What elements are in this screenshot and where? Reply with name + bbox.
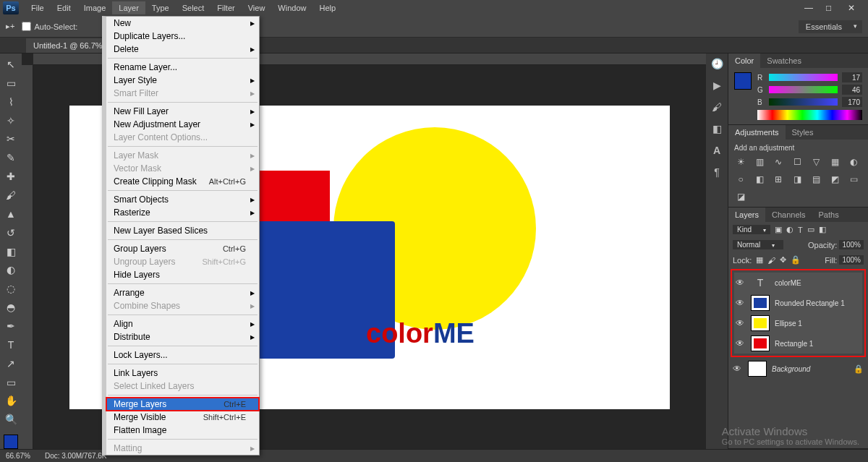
lock-move-icon[interactable]: ✥ bbox=[780, 255, 786, 265]
layer-row[interactable]: 👁 Rectangle 1 bbox=[734, 333, 862, 354]
menu-item-lock-layers-[interactable]: Lock Layers... bbox=[106, 348, 259, 362]
history-panel-icon[interactable]: 🕘 bbox=[711, 58, 723, 69]
heal-tool-icon[interactable]: ✚ bbox=[3, 168, 19, 184]
layer-row-bg[interactable]: 👁 Background 🔒 bbox=[728, 359, 868, 379]
curves-icon[interactable]: ∿ bbox=[772, 156, 785, 168]
visibility-icon[interactable]: 👁 bbox=[733, 364, 743, 374]
menu-layer[interactable]: Layer bbox=[112, 1, 145, 14]
exposure-icon[interactable]: ☐ bbox=[791, 156, 804, 168]
eyedropper-tool-icon[interactable]: ✎ bbox=[3, 150, 19, 166]
r-slider[interactable] bbox=[769, 74, 838, 81]
zoom-readout[interactable]: 66.67% bbox=[6, 452, 30, 460]
b-value[interactable]: 170 bbox=[842, 97, 862, 107]
menu-item-duplicate-layers-[interactable]: Duplicate Layers... bbox=[106, 30, 259, 43]
r-value[interactable]: 17 bbox=[842, 72, 862, 82]
para-panel-icon[interactable]: ¶ bbox=[714, 166, 720, 178]
lookup-icon[interactable]: ⊞ bbox=[772, 174, 785, 185]
menu-item-new-fill-layer[interactable]: New Fill Layer bbox=[106, 105, 259, 118]
menu-item-align[interactable]: Align bbox=[106, 317, 259, 330]
bw-icon[interactable]: ◐ bbox=[847, 156, 860, 168]
hand-tool-icon[interactable]: ✋ bbox=[3, 393, 19, 408]
posterize-icon[interactable]: ▤ bbox=[809, 174, 822, 185]
filter-smart-icon[interactable]: ◧ bbox=[819, 225, 826, 234]
tab-swatches[interactable]: Swatches bbox=[760, 54, 808, 68]
menu-edit[interactable]: Edit bbox=[51, 1, 77, 14]
tab-color[interactable]: Color bbox=[728, 54, 760, 68]
move-tool-icon[interactable]: ↖ bbox=[3, 56, 19, 72]
clone-panel-icon[interactable]: ◧ bbox=[712, 123, 722, 134]
color-spectrum[interactable] bbox=[757, 110, 862, 120]
layer-name[interactable]: colorME bbox=[775, 279, 801, 287]
menu-item-rasterize[interactable]: Rasterize bbox=[106, 206, 259, 219]
minimize-icon[interactable]: — bbox=[804, 3, 814, 13]
close-icon[interactable]: ✕ bbox=[848, 3, 858, 13]
visibility-icon[interactable]: 👁 bbox=[736, 298, 746, 308]
history-brush-icon[interactable]: ↺ bbox=[3, 225, 19, 241]
menu-window[interactable]: Window bbox=[271, 1, 312, 14]
menu-item-new-layer-based-slices[interactable]: New Layer Based Slices bbox=[106, 224, 259, 237]
visibility-icon[interactable]: 👁 bbox=[736, 278, 746, 288]
menu-item-new-adjustment-layer[interactable]: New Adjustment Layer bbox=[106, 118, 259, 131]
menu-item-flatten-image[interactable]: Flatten Image bbox=[106, 424, 259, 437]
invert-icon[interactable]: ◨ bbox=[791, 174, 804, 185]
menu-select[interactable]: Select bbox=[176, 1, 211, 14]
workspace-dropdown[interactable]: Essentials bbox=[799, 20, 862, 33]
lock-trans-icon[interactable]: ▦ bbox=[756, 255, 763, 265]
brightness-icon[interactable]: ☀ bbox=[734, 156, 747, 168]
menu-image[interactable]: Image bbox=[77, 1, 113, 14]
auto-select-checkbox[interactable]: Auto-Select: bbox=[22, 22, 77, 31]
pen-tool-icon[interactable]: ✒ bbox=[3, 318, 19, 334]
layer-name-bg[interactable]: Background bbox=[772, 365, 810, 373]
filter-shape-icon[interactable]: ▭ bbox=[807, 225, 814, 234]
menu-item-layer-style[interactable]: Layer Style bbox=[106, 74, 259, 87]
brush-tool-icon[interactable]: 🖌 bbox=[3, 187, 19, 203]
lock-all-icon[interactable]: 🔒 bbox=[791, 255, 801, 265]
shape-tool-icon[interactable]: ▭ bbox=[3, 375, 19, 390]
stamp-tool-icon[interactable]: ▲ bbox=[3, 206, 19, 222]
visibility-icon[interactable]: 👁 bbox=[736, 318, 746, 328]
gradient-tool-icon[interactable]: ◐ bbox=[3, 262, 19, 278]
kind-dropdown[interactable]: Kind bbox=[733, 225, 770, 234]
menu-item-merge-layers[interactable]: Merge LayersCtrl+E bbox=[106, 398, 259, 411]
menu-item-create-clipping-mask[interactable]: Create Clipping MaskAlt+Ctrl+G bbox=[106, 175, 259, 188]
wand-tool-icon[interactable]: ✧ bbox=[3, 113, 19, 129]
marquee-tool-icon[interactable]: ▭ bbox=[3, 75, 19, 91]
foreground-color-swatch[interactable] bbox=[4, 435, 18, 449]
menu-file[interactable]: File bbox=[25, 1, 51, 14]
fill-value[interactable]: 100% bbox=[839, 255, 864, 265]
channel-mixer-icon[interactable]: ◧ bbox=[753, 174, 766, 185]
menu-item-group-layers[interactable]: Group LayersCtrl+G bbox=[106, 242, 259, 255]
menu-item-rename-layer-[interactable]: Rename Layer... bbox=[106, 61, 259, 74]
levels-icon[interactable]: ▥ bbox=[753, 156, 766, 168]
auto-select-box[interactable] bbox=[22, 22, 31, 31]
blendmode-dropdown[interactable]: Normal bbox=[733, 240, 783, 249]
layer-name[interactable]: Ellipse 1 bbox=[775, 320, 802, 328]
menu-item-hide-layers[interactable]: Hide Layers bbox=[106, 268, 259, 281]
logo-text[interactable]: colorME bbox=[366, 318, 475, 349]
menu-help[interactable]: Help bbox=[312, 1, 342, 14]
tab-channels[interactable]: Channels bbox=[765, 208, 812, 222]
tab-adjustments[interactable]: Adjustments bbox=[728, 125, 786, 140]
b-slider[interactable] bbox=[769, 98, 838, 106]
type-tool-icon[interactable]: T bbox=[3, 337, 19, 353]
opacity-value[interactable]: 100% bbox=[839, 240, 864, 249]
play-icon[interactable]: ▶ bbox=[713, 80, 721, 91]
gradient-map-icon[interactable]: ▭ bbox=[847, 174, 860, 185]
eraser-tool-icon[interactable]: ◧ bbox=[3, 244, 19, 260]
tab-paths[interactable]: Paths bbox=[812, 208, 846, 222]
menu-item-delete[interactable]: Delete bbox=[106, 43, 259, 56]
vibrance-icon[interactable]: ▽ bbox=[809, 156, 822, 168]
visibility-icon[interactable]: 👁 bbox=[736, 338, 746, 348]
filter-type-icon[interactable]: T bbox=[798, 226, 803, 234]
char-panel-icon[interactable]: A bbox=[713, 145, 720, 156]
threshold-icon[interactable]: ◩ bbox=[828, 174, 841, 185]
path-tool-icon[interactable]: ↗ bbox=[3, 356, 19, 372]
selective-icon[interactable]: ◪ bbox=[734, 191, 747, 202]
menu-item-distribute[interactable]: Distribute bbox=[106, 330, 259, 343]
layer-row[interactable]: 👁 T colorME bbox=[734, 273, 862, 293]
menu-item-link-layers[interactable]: Link Layers bbox=[106, 367, 259, 380]
tab-layers[interactable]: Layers bbox=[728, 208, 765, 222]
menu-type[interactable]: Type bbox=[145, 1, 176, 14]
hue-icon[interactable]: ▦ bbox=[828, 156, 841, 168]
menu-item-smart-objects[interactable]: Smart Objects bbox=[106, 193, 259, 206]
